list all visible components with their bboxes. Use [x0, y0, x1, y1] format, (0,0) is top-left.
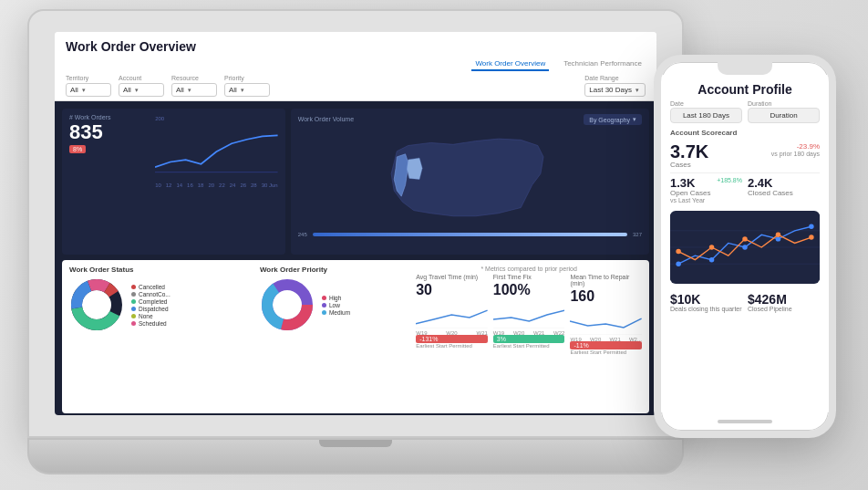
laptop-device: Work Order Overview Work Order Overview …	[27, 9, 684, 474]
legend-scheduled-label: Scheduled	[139, 320, 167, 327]
map-range: 245 327	[298, 232, 642, 237]
cases-change: -23.9%	[771, 142, 820, 151]
legend-none: None	[131, 313, 170, 319]
svg-point-24	[776, 233, 780, 237]
status-donut-row: Cancelled CannotCo... Comp	[69, 277, 253, 332]
work-orders-badge: 8%	[69, 145, 86, 153]
card-volume: Work Order Volume By Geography ▾	[291, 109, 649, 255]
dashboard-filters: Territory All Account All Resource All	[66, 75, 646, 97]
legend-cancelled-dot	[131, 285, 136, 289]
open-cases-value: 1.3K	[670, 177, 695, 189]
status-legend: Cancelled CannotCo... Comp	[131, 284, 170, 327]
phone-scorecard: Account Scorecard 3.7K Cases -23.9% vs p…	[661, 129, 829, 207]
phone-filter-date: Date Last 180 Days	[670, 100, 742, 123]
laptop-base	[27, 438, 684, 474]
dashboard-title: Work Order Overview	[66, 39, 646, 54]
legend-high-label: High	[329, 295, 341, 301]
metric-mtr-title: Mean Time to Repair (min)	[570, 274, 642, 287]
svg-point-21	[676, 249, 680, 254]
filter-account: Account All	[119, 75, 164, 97]
closed-cases-label: Closed Cases	[748, 189, 820, 197]
filter-resource: Resource All	[171, 75, 217, 97]
phone-home-bar	[661, 412, 829, 431]
open-cases-change-label: vs Last Year	[670, 197, 742, 203]
filter-territory-select[interactable]: All	[66, 83, 111, 97]
metric-travel-sparkline: W19W20W21	[416, 301, 488, 328]
map-range-min: 245	[298, 232, 307, 237]
usa-map-svg	[298, 129, 642, 230]
svg-point-18	[742, 245, 747, 249]
legend-low-dot	[322, 303, 326, 308]
tab-work-order-overview[interactable]: Work Order Overview	[471, 57, 549, 71]
dashboard-bottom-row: Work Order Status	[62, 260, 649, 413]
cases-label: Cases	[670, 161, 708, 169]
phone-filter-duration-label: Duration	[748, 100, 820, 107]
ftf-sparkline-svg	[493, 301, 565, 328]
stat-deals: $10K Deals closing this quarter	[670, 293, 742, 312]
legend-cannotco-dot	[131, 292, 136, 297]
filter-territory: Territory All	[66, 75, 111, 97]
svg-point-23	[742, 236, 747, 241]
priority-donut-row: High Low Medium	[260, 277, 408, 332]
scorecard-row-2: 1.3K +185.8% Open Cases vs Last Year 2.4…	[670, 177, 820, 203]
filter-date-range-label: Date Range	[584, 75, 646, 81]
ftf-footer: Earliest Start Permitted	[493, 343, 565, 349]
phone-filter-duration-btn[interactable]: Duration	[748, 108, 820, 123]
phone-filter-row: Date Last 180 Days Duration Duration	[661, 100, 829, 129]
status-title: Work Order Status	[69, 266, 253, 274]
card-work-orders: # Work Orders 835 8% 200	[62, 109, 285, 255]
phone-chart	[670, 211, 820, 284]
phone-filter-date-label: Date	[670, 100, 742, 107]
dashboard: Work Order Overview Work Order Overview …	[55, 32, 656, 415]
mtr-badge: -11%	[570, 341, 642, 349]
legend-completed-dot	[131, 299, 136, 304]
phone-chart-svg	[670, 211, 820, 284]
open-cases-header: 1.3K +185.8%	[670, 177, 742, 189]
by-geography-button[interactable]: By Geography ▾	[584, 114, 642, 125]
legend-scheduled: Scheduled	[131, 320, 170, 327]
legend-cancelled: Cancelled	[131, 284, 170, 290]
filter-date-range-select[interactable]: Last 30 Days	[584, 83, 646, 97]
legend-cancelled-label: Cancelled	[139, 284, 165, 290]
metric-mtr-value: 160	[570, 289, 642, 304]
metrics-note: * Metrics compared to prior period	[416, 266, 642, 272]
metric-ftf-value: 100%	[493, 283, 565, 297]
legend-cannotco-label: CannotCo...	[139, 291, 170, 297]
travel-badge: -131%	[416, 335, 488, 343]
card-priority-section: Work Order Priority	[260, 266, 408, 408]
divider-1	[670, 172, 820, 173]
legend-completed-label: Completed	[139, 298, 167, 305]
deals-label: Deals closing this quarter	[670, 306, 742, 312]
phone-filter-date-btn[interactable]: Last 180 Days	[670, 108, 742, 123]
metric-travel-time: Avg Travel Time (min) 30	[416, 274, 488, 408]
scene: Work Order Overview Work Order Overview …	[0, 0, 868, 490]
scorecard-title: Account Scorecard	[670, 129, 820, 137]
phone-notch	[718, 62, 772, 75]
usa-map	[298, 129, 642, 230]
legend-medium-label: Medium	[329, 309, 350, 316]
cases-row: 3.7K Cases -23.9% vs prior 180 days	[670, 142, 820, 169]
metric-travel-value: 30	[416, 283, 488, 297]
phone-screen: Account Profile Date Last 180 Days Durat…	[661, 75, 829, 412]
metric-travel-title: Avg Travel Time (min)	[416, 274, 488, 280]
svg-point-16	[676, 261, 680, 266]
filter-territory-label: Territory	[66, 75, 111, 81]
sparkline-area: 200 1012141618202224262830 Jun	[155, 116, 278, 203]
filter-resource-select[interactable]: All	[171, 83, 217, 97]
filter-priority: Priority All	[224, 75, 270, 97]
priority-title: Work Order Priority	[260, 266, 408, 274]
chevron-down-icon: ▾	[633, 116, 636, 123]
laptop-body: Work Order Overview Work Order Overview …	[27, 9, 684, 438]
filter-priority-select[interactable]: All	[224, 83, 270, 97]
svg-point-20	[809, 224, 813, 228]
metric-first-time-fix: First Time Fix 100%	[493, 274, 565, 408]
phone-filter-duration: Duration Duration	[748, 100, 820, 123]
pipeline-label: Closed Pipeline	[748, 306, 820, 312]
open-cases-label: Open Cases	[670, 189, 742, 197]
travel-sparkline-svg	[416, 301, 488, 328]
pipeline-value: $426M	[748, 293, 820, 306]
filter-account-select[interactable]: All	[119, 83, 164, 97]
tab-technician-performance[interactable]: Technician Performance	[560, 57, 646, 71]
sparkline-svg	[155, 123, 278, 181]
metrics-section: * Metrics compared to prior period Avg T…	[416, 266, 642, 408]
